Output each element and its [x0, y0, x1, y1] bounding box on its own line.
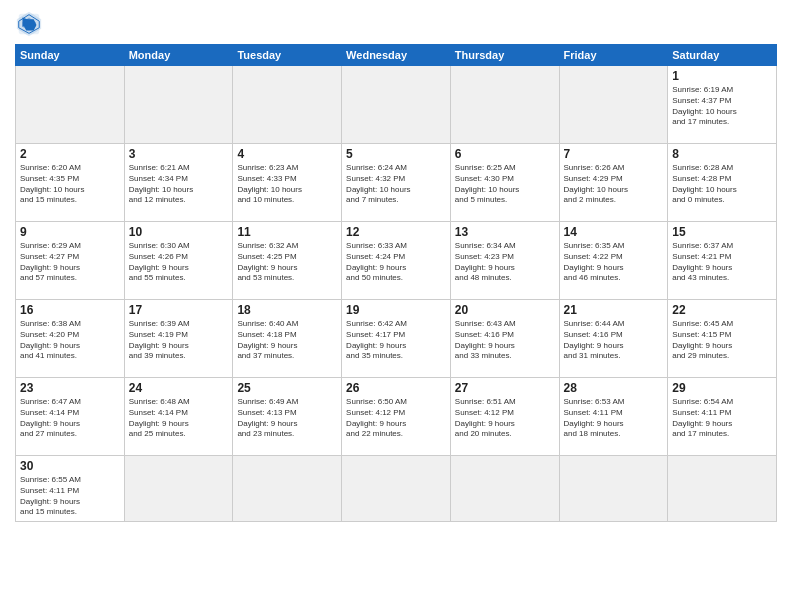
day-info: Sunrise: 6:54 AM Sunset: 4:11 PM Dayligh… — [672, 397, 772, 440]
calendar-day-cell: 25Sunrise: 6:49 AM Sunset: 4:13 PM Dayli… — [233, 378, 342, 456]
day-info: Sunrise: 6:30 AM Sunset: 4:26 PM Dayligh… — [129, 241, 229, 284]
day-info: Sunrise: 6:23 AM Sunset: 4:33 PM Dayligh… — [237, 163, 337, 206]
calendar-day-cell: 8Sunrise: 6:28 AM Sunset: 4:28 PM Daylig… — [668, 144, 777, 222]
day-number: 18 — [237, 303, 337, 317]
day-info: Sunrise: 6:32 AM Sunset: 4:25 PM Dayligh… — [237, 241, 337, 284]
day-number: 5 — [346, 147, 446, 161]
calendar-day-cell: 20Sunrise: 6:43 AM Sunset: 4:16 PM Dayli… — [450, 300, 559, 378]
calendar-day-cell: 19Sunrise: 6:42 AM Sunset: 4:17 PM Dayli… — [342, 300, 451, 378]
calendar-week-row: 2Sunrise: 6:20 AM Sunset: 4:35 PM Daylig… — [16, 144, 777, 222]
day-info: Sunrise: 6:44 AM Sunset: 4:16 PM Dayligh… — [564, 319, 664, 362]
day-number: 25 — [237, 381, 337, 395]
day-info: Sunrise: 6:19 AM Sunset: 4:37 PM Dayligh… — [672, 85, 772, 128]
day-number: 11 — [237, 225, 337, 239]
day-info: Sunrise: 6:28 AM Sunset: 4:28 PM Dayligh… — [672, 163, 772, 206]
day-number: 26 — [346, 381, 446, 395]
calendar-day-cell: 4Sunrise: 6:23 AM Sunset: 4:33 PM Daylig… — [233, 144, 342, 222]
header — [15, 10, 777, 38]
calendar-day-cell: 18Sunrise: 6:40 AM Sunset: 4:18 PM Dayli… — [233, 300, 342, 378]
day-info: Sunrise: 6:39 AM Sunset: 4:19 PM Dayligh… — [129, 319, 229, 362]
calendar-day-cell: 24Sunrise: 6:48 AM Sunset: 4:14 PM Dayli… — [124, 378, 233, 456]
calendar-day-cell: 15Sunrise: 6:37 AM Sunset: 4:21 PM Dayli… — [668, 222, 777, 300]
calendar-day-cell: 29Sunrise: 6:54 AM Sunset: 4:11 PM Dayli… — [668, 378, 777, 456]
calendar-week-row: 30Sunrise: 6:55 AM Sunset: 4:11 PM Dayli… — [16, 456, 777, 522]
day-info: Sunrise: 6:45 AM Sunset: 4:15 PM Dayligh… — [672, 319, 772, 362]
day-info: Sunrise: 6:21 AM Sunset: 4:34 PM Dayligh… — [129, 163, 229, 206]
day-number: 15 — [672, 225, 772, 239]
day-info: Sunrise: 6:24 AM Sunset: 4:32 PM Dayligh… — [346, 163, 446, 206]
day-number: 28 — [564, 381, 664, 395]
day-number: 3 — [129, 147, 229, 161]
calendar-day-cell: 23Sunrise: 6:47 AM Sunset: 4:14 PM Dayli… — [16, 378, 125, 456]
calendar-day-cell: 30Sunrise: 6:55 AM Sunset: 4:11 PM Dayli… — [16, 456, 125, 522]
day-info: Sunrise: 6:51 AM Sunset: 4:12 PM Dayligh… — [455, 397, 555, 440]
day-info: Sunrise: 6:35 AM Sunset: 4:22 PM Dayligh… — [564, 241, 664, 284]
day-number: 9 — [20, 225, 120, 239]
day-number: 21 — [564, 303, 664, 317]
day-number: 30 — [20, 459, 120, 473]
day-info: Sunrise: 6:53 AM Sunset: 4:11 PM Dayligh… — [564, 397, 664, 440]
day-info: Sunrise: 6:26 AM Sunset: 4:29 PM Dayligh… — [564, 163, 664, 206]
day-number: 12 — [346, 225, 446, 239]
weekday-header-cell: Wednesday — [342, 45, 451, 66]
day-info: Sunrise: 6:43 AM Sunset: 4:16 PM Dayligh… — [455, 319, 555, 362]
calendar-day-cell: 3Sunrise: 6:21 AM Sunset: 4:34 PM Daylig… — [124, 144, 233, 222]
weekday-header-cell: Thursday — [450, 45, 559, 66]
weekday-header-cell: Monday — [124, 45, 233, 66]
day-number: 13 — [455, 225, 555, 239]
day-info: Sunrise: 6:29 AM Sunset: 4:27 PM Dayligh… — [20, 241, 120, 284]
calendar-day-cell: 9Sunrise: 6:29 AM Sunset: 4:27 PM Daylig… — [16, 222, 125, 300]
calendar-day-cell — [450, 456, 559, 522]
calendar-week-row: 16Sunrise: 6:38 AM Sunset: 4:20 PM Dayli… — [16, 300, 777, 378]
calendar-day-cell: 7Sunrise: 6:26 AM Sunset: 4:29 PM Daylig… — [559, 144, 668, 222]
day-number: 1 — [672, 69, 772, 83]
weekday-header-row: SundayMondayTuesdayWednesdayThursdayFrid… — [16, 45, 777, 66]
calendar-day-cell: 2Sunrise: 6:20 AM Sunset: 4:35 PM Daylig… — [16, 144, 125, 222]
calendar-week-row: 1Sunrise: 6:19 AM Sunset: 4:37 PM Daylig… — [16, 66, 777, 144]
day-info: Sunrise: 6:20 AM Sunset: 4:35 PM Dayligh… — [20, 163, 120, 206]
day-info: Sunrise: 6:49 AM Sunset: 4:13 PM Dayligh… — [237, 397, 337, 440]
day-info: Sunrise: 6:38 AM Sunset: 4:20 PM Dayligh… — [20, 319, 120, 362]
calendar-day-cell — [668, 456, 777, 522]
calendar-day-cell — [559, 456, 668, 522]
day-info: Sunrise: 6:42 AM Sunset: 4:17 PM Dayligh… — [346, 319, 446, 362]
day-number: 16 — [20, 303, 120, 317]
day-number: 7 — [564, 147, 664, 161]
calendar-day-cell — [559, 66, 668, 144]
calendar-day-cell: 12Sunrise: 6:33 AM Sunset: 4:24 PM Dayli… — [342, 222, 451, 300]
calendar-day-cell: 1Sunrise: 6:19 AM Sunset: 4:37 PM Daylig… — [668, 66, 777, 144]
day-number: 6 — [455, 147, 555, 161]
calendar-day-cell — [450, 66, 559, 144]
day-info: Sunrise: 6:48 AM Sunset: 4:14 PM Dayligh… — [129, 397, 229, 440]
calendar-day-cell: 13Sunrise: 6:34 AM Sunset: 4:23 PM Dayli… — [450, 222, 559, 300]
day-info: Sunrise: 6:34 AM Sunset: 4:23 PM Dayligh… — [455, 241, 555, 284]
day-info: Sunrise: 6:40 AM Sunset: 4:18 PM Dayligh… — [237, 319, 337, 362]
day-number: 8 — [672, 147, 772, 161]
calendar-day-cell: 16Sunrise: 6:38 AM Sunset: 4:20 PM Dayli… — [16, 300, 125, 378]
day-number: 4 — [237, 147, 337, 161]
calendar-table: SundayMondayTuesdayWednesdayThursdayFrid… — [15, 44, 777, 522]
day-number: 17 — [129, 303, 229, 317]
calendar-day-cell: 26Sunrise: 6:50 AM Sunset: 4:12 PM Dayli… — [342, 378, 451, 456]
calendar-page: SundayMondayTuesdayWednesdayThursdayFrid… — [0, 0, 792, 612]
day-number: 22 — [672, 303, 772, 317]
day-number: 27 — [455, 381, 555, 395]
logo-icon — [15, 10, 43, 38]
day-number: 24 — [129, 381, 229, 395]
calendar-day-cell: 6Sunrise: 6:25 AM Sunset: 4:30 PM Daylig… — [450, 144, 559, 222]
calendar-day-cell: 14Sunrise: 6:35 AM Sunset: 4:22 PM Dayli… — [559, 222, 668, 300]
weekday-header-cell: Sunday — [16, 45, 125, 66]
calendar-day-cell — [124, 66, 233, 144]
day-number: 23 — [20, 381, 120, 395]
day-number: 14 — [564, 225, 664, 239]
calendar-day-cell — [124, 456, 233, 522]
day-info: Sunrise: 6:47 AM Sunset: 4:14 PM Dayligh… — [20, 397, 120, 440]
calendar-day-cell: 21Sunrise: 6:44 AM Sunset: 4:16 PM Dayli… — [559, 300, 668, 378]
day-number: 29 — [672, 381, 772, 395]
calendar-day-cell: 11Sunrise: 6:32 AM Sunset: 4:25 PM Dayli… — [233, 222, 342, 300]
logo — [15, 10, 47, 38]
day-info: Sunrise: 6:25 AM Sunset: 4:30 PM Dayligh… — [455, 163, 555, 206]
calendar-day-cell — [342, 456, 451, 522]
day-number: 20 — [455, 303, 555, 317]
day-info: Sunrise: 6:55 AM Sunset: 4:11 PM Dayligh… — [20, 475, 120, 518]
